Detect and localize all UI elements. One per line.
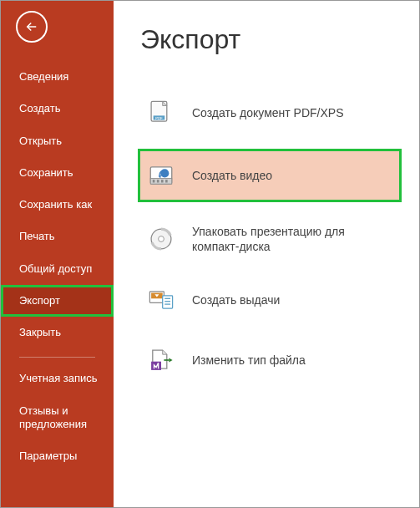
export-option-create-video[interactable]: Создать видео [138, 149, 402, 202]
svg-rect-7 [161, 180, 164, 182]
sidebar-item-label: Отзывы и предложения [19, 404, 87, 430]
sidebar-item-print[interactable]: Печать [1, 221, 114, 252]
sidebar-item-open[interactable]: Открыть [1, 125, 114, 157]
export-option-label: Создать документ PDF/XPS [192, 105, 391, 120]
sidebar-item-label: Сведения [19, 70, 68, 83]
export-option-change-file-type[interactable]: Изменить тип файла [140, 336, 399, 384]
pdf-xps-icon: PDF [147, 99, 175, 127]
sidebar-item-info[interactable]: Сведения [1, 61, 114, 93]
svg-rect-5 [153, 180, 155, 182]
sidebar-item-share[interactable]: Общий доступ [1, 253, 114, 285]
svg-rect-6 [157, 180, 159, 182]
back-button[interactable] [16, 11, 48, 43]
sidebar-item-account[interactable]: Учетная запись [1, 363, 114, 394]
sidebar-item-label: Сохранить как [19, 198, 92, 211]
export-option-label: Упаковать презентацию для компакт-диска [192, 224, 391, 254]
svg-marker-21 [169, 358, 172, 363]
sidebar-item-options[interactable]: Параметры [1, 440, 114, 472]
separator [19, 357, 95, 358]
export-option-label: Изменить тип файла [192, 353, 391, 368]
svg-text:PDF: PDF [155, 116, 163, 120]
main-panel: Экспорт PDF Создать документ PDF/XPS Соз… [114, 1, 419, 507]
export-option-label: Создать выдачи [192, 292, 391, 307]
export-option-package-cd[interactable]: Упаковать презентацию для компакт-диска [140, 214, 399, 264]
cd-icon [147, 225, 175, 253]
sidebar-item-save-as[interactable]: Сохранить как [1, 189, 114, 221]
sidebar-item-label: Экспорт [19, 294, 60, 307]
sidebar-item-label: Сохранить [19, 166, 73, 179]
export-option-create-handouts[interactable]: Создать выдачи [140, 276, 399, 324]
sidebar-item-label: Закрыть [19, 326, 61, 338]
sidebar-item-new[interactable]: Создать [1, 93, 114, 124]
page-title: Экспорт [140, 24, 399, 55]
export-option-label: Создать видео [192, 168, 391, 183]
sidebar-item-label: Печать [19, 230, 55, 242]
sidebar-item-feedback[interactable]: Отзывы и предложения [1, 395, 114, 441]
change-file-type-icon [147, 346, 175, 374]
sidebar-item-close[interactable]: Закрыть [1, 317, 114, 348]
video-icon [147, 161, 175, 190]
sidebar-item-label: Параметры [19, 450, 77, 462]
sidebar-item-label: Общий доступ [19, 262, 92, 275]
sidebar-item-label: Учетная запись [19, 372, 98, 384]
handouts-icon [147, 286, 175, 314]
sidebar-item-export[interactable]: Экспорт [1, 285, 114, 317]
sidebar-item-label: Открыть [19, 135, 62, 147]
svg-rect-8 [165, 180, 168, 182]
svg-point-12 [159, 236, 164, 242]
export-option-pdf-xps[interactable]: PDF Создать документ PDF/XPS [140, 89, 399, 137]
sidebar: Сведения Создать Открыть Сохранить Сохра… [1, 1, 114, 507]
sidebar-item-label: Создать [19, 102, 60, 114]
sidebar-item-save[interactable]: Сохранить [1, 157, 114, 189]
arrow-left-icon [24, 19, 39, 34]
svg-rect-16 [163, 296, 173, 308]
svg-rect-20 [151, 362, 161, 370]
